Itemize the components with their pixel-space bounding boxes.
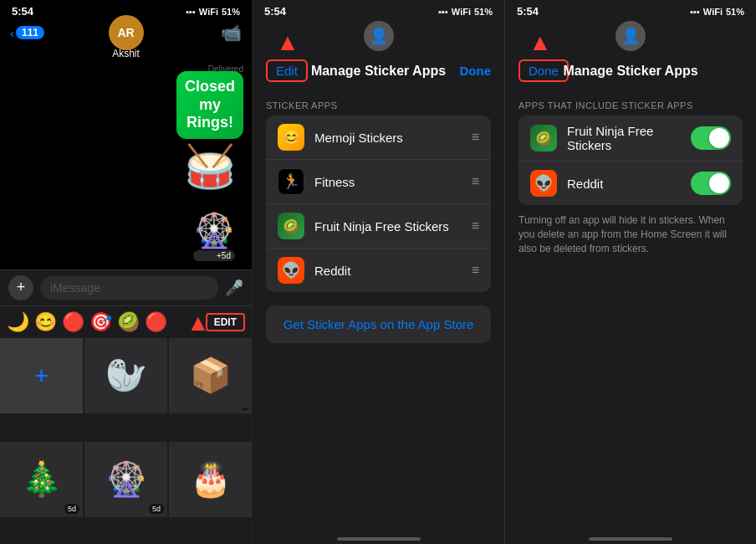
battery-icon: 51% — [222, 7, 240, 17]
fruitninja-toggle[interactable] — [691, 126, 731, 150]
panel1-imessage: 5:54 ▪▪▪ WiFi 51% ‹ 111 AR 📹 Akshit Clos… — [0, 0, 253, 544]
emoji-icon[interactable]: 😊 — [34, 311, 57, 333]
app-row-reddit[interactable]: 👽 Reddit ≡ — [266, 249, 491, 292]
sticker-apps-list: 😊 Memoji Stickers ≡ 🏃 Fitness ≡ 🥝 Fruit … — [266, 115, 491, 292]
sticker-apps-label: STICKER APPS — [253, 90, 504, 115]
drag-handle-fitness[interactable]: ≡ — [472, 174, 479, 189]
memoji-icon: 😊 — [278, 124, 304, 151]
fruitninja-app-name: Fruit Ninja Free Stickers — [314, 219, 462, 234]
chevron-left-icon: ‹ — [10, 26, 14, 40]
add-button[interactable]: + — [8, 275, 33, 300]
avatar: AR — [109, 15, 144, 50]
toggle-row-fruitninja[interactable]: 🥝 Fruit Ninja Free Stickers — [518, 115, 743, 162]
app-row-fitness[interactable]: 🏃 Fitness ≡ — [266, 160, 491, 204]
app-icon-2[interactable]: 🎯 — [89, 311, 112, 333]
messages-area[interactable]: Closed my Rings! 🥁 Delivered 🎡 +5d — [0, 63, 252, 269]
app-row-memoji[interactable]: 😊 Memoji Stickers ≡ — [266, 115, 491, 160]
video-call-button[interactable]: 📹 — [221, 23, 242, 43]
drag-handle-memoji[interactable]: ≡ — [472, 130, 479, 145]
memoji-app-name: Memoji Stickers — [314, 131, 462, 145]
fruitninja-icon: 🥝 — [278, 213, 304, 239]
edit-stickers-button[interactable]: EDIT — [206, 313, 245, 331]
time-p3: 5:54 — [517, 5, 539, 18]
panel2-manage-stickers: 5:54 ▪▪▪ WiFi 51% 👤 ▼ Edit Manage Sticke… — [253, 0, 505, 544]
home-indicator-p3 — [505, 527, 756, 544]
fruitninja-name-p3: Fruit Ninja Free Stickers — [567, 124, 681, 152]
app-icon-4[interactable]: 🔴 — [145, 311, 167, 333]
message-input[interactable]: iMessage — [40, 276, 218, 300]
sticker-closed-rings: Closed my Rings! — [176, 71, 243, 139]
manage-edit-button[interactable]: Edit — [266, 59, 308, 82]
manage-title-p3: Manage Sticker Apps — [563, 64, 697, 79]
avatar-p2: 👤 — [364, 21, 394, 51]
fruitninja-icon-p3: 🥝 — [530, 125, 557, 151]
status-bar-p3: 5:54 ▪▪▪ WiFi 51% — [505, 0, 756, 19]
badge-ferris: 5d — [149, 504, 164, 514]
fitness-icon: 🏃 — [278, 168, 304, 195]
time-p2: 5:54 — [264, 5, 286, 18]
sticker-badge: +5d — [193, 250, 235, 261]
drum-sticker: 🥁 — [176, 142, 243, 191]
battery-icon-p3: 51% — [726, 7, 744, 17]
drag-handle-reddit[interactable]: ≡ — [472, 263, 479, 278]
info-text-p3: Turning off an app will hide it in stick… — [505, 205, 756, 264]
home-bar-p2 — [337, 537, 421, 541]
app-icon-1[interactable]: 🔴 — [62, 311, 84, 333]
tree-sticker[interactable]: 🎄5d — [0, 442, 83, 517]
wifi-icon-p2: WiFi — [452, 7, 471, 17]
app-row-fruitninja[interactable]: 🥝 Fruit Ninja Free Stickers ≡ — [266, 204, 491, 249]
sticker-grid: + 🦭 📦 🎄5d 🎡5d 🎂 — [0, 338, 252, 545]
manage-header-p3: ▼ Done Manage Sticker Apps — [505, 54, 756, 90]
mic-button[interactable]: 🎤 — [225, 279, 243, 297]
input-area: + iMessage 🎤 — [0, 269, 252, 305]
nav-bar-p1: ‹ 111 AR 📹 — [0, 19, 252, 48]
mango-sticker[interactable]: 📦 — [169, 338, 252, 413]
reddit-icon: 👽 — [278, 257, 304, 284]
status-icons-p2: ▪▪▪ WiFi 51% — [438, 7, 493, 17]
reddit-icon-p3: 👽 — [530, 170, 557, 197]
status-bar-p2: 5:54 ▪▪▪ WiFi 51% — [253, 0, 504, 19]
fitness-app-name: Fitness — [314, 175, 462, 189]
video-icon: 📹 — [221, 23, 242, 43]
drag-handle-fruitninja[interactable]: ≡ — [472, 218, 479, 234]
arrow-to-done-p3: ▼ — [529, 31, 552, 58]
seal-sticker[interactable]: 🦭 — [84, 338, 167, 413]
badge-tree: 5d — [64, 504, 79, 514]
back-button[interactable]: ‹ 111 — [10, 26, 44, 40]
manage-header-p2: ▼ Edit Manage Sticker Apps Done — [253, 54, 504, 90]
reddit-name-p3: Reddit — [567, 177, 681, 191]
signal-icon-p2: ▪▪▪ — [438, 7, 448, 17]
apps-with-stickers-label: APPS THAT INCLUDE STICKER APPS — [505, 90, 756, 115]
moon-icon[interactable]: 🌙 — [7, 311, 29, 333]
ferris-sticker[interactable]: 🎡5d — [84, 442, 167, 517]
home-bar-p3 — [589, 537, 672, 541]
manage-done-button-p3[interactable]: Done — [518, 59, 569, 82]
avatar-initials: AR — [117, 26, 134, 39]
manage-title-p2: Manage Sticker Apps — [311, 64, 446, 79]
wifi-icon: WiFi — [199, 7, 218, 17]
add-sticker-cell[interactable]: + — [0, 338, 83, 413]
status-icons-p1: ▪▪▪ WiFi 51% — [186, 7, 240, 17]
signal-icon: ▪▪▪ — [186, 7, 196, 17]
arrow-to-edit-p2: ▼ — [276, 31, 299, 58]
signal-icon-p3: ▪▪▪ — [690, 7, 700, 17]
time-p1: 5:54 — [12, 5, 33, 18]
battery-icon-p2: 51% — [474, 7, 493, 17]
back-badge: 111 — [16, 26, 44, 39]
manage-done-button[interactable]: Done — [460, 64, 492, 78]
sticker-bar: 🌙 😊 🔴 🎯 🥝 🔴 EDIT — [0, 305, 252, 338]
arrow-to-edit: ▼ — [186, 311, 210, 338]
app-icon-3[interactable]: 🥝 — [117, 311, 140, 333]
cake-sticker[interactable]: 🎂 — [169, 442, 252, 517]
sticker-badge-mango — [242, 408, 248, 410]
reddit-toggle[interactable] — [691, 172, 731, 195]
panel3-sticker-toggles: 5:54 ▪▪▪ WiFi 51% 👤 ▼ Done Manage Sticke… — [505, 0, 756, 544]
toggle-row-reddit[interactable]: 👽 Reddit — [518, 162, 743, 205]
appstore-link[interactable]: Get Sticker Apps on the App Store — [266, 305, 491, 343]
avatar-p3: 👤 — [616, 21, 646, 51]
wifi-icon-p3: WiFi — [703, 7, 723, 17]
home-indicator-p2 — [253, 527, 504, 544]
sticker-toggle-list: 🥝 Fruit Ninja Free Stickers 👽 Reddit — [518, 115, 743, 205]
ferris-wheel-sticker: 🎡 — [193, 211, 235, 250]
reddit-app-name: Reddit — [314, 264, 462, 278]
